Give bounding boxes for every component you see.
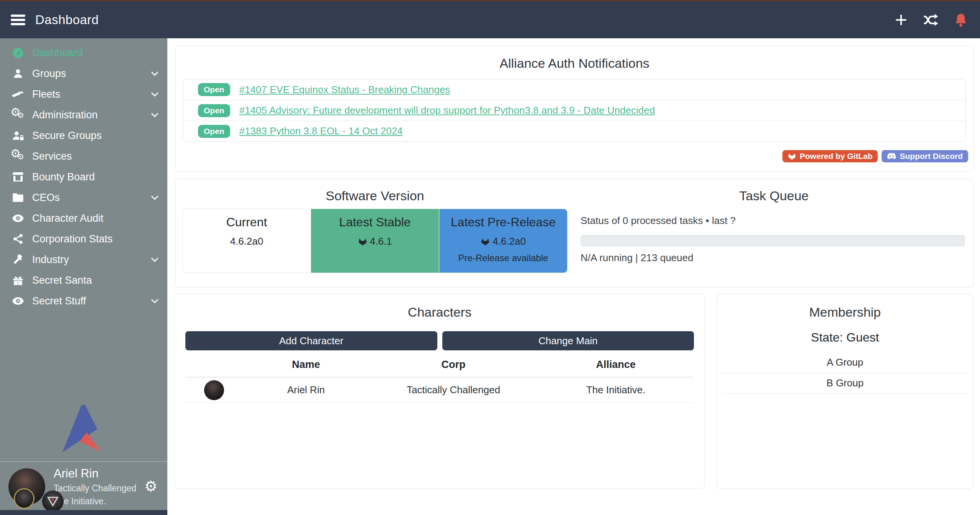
version-stable: Latest Stable 4.6.1 bbox=[311, 209, 439, 273]
sidebar-item-label: Secure Groups bbox=[32, 130, 102, 142]
chevron-down-icon[interactable] bbox=[150, 193, 160, 203]
status-badge: Open bbox=[198, 104, 230, 117]
user-icon bbox=[10, 68, 26, 79]
characters-title: Characters bbox=[175, 305, 705, 320]
settings-gear-icon[interactable]: ⚙ bbox=[144, 479, 157, 494]
gitlab-badge[interactable]: Powered by GitLab bbox=[782, 150, 878, 162]
alliance-logo-badge bbox=[42, 490, 64, 512]
chevron-down-icon[interactable] bbox=[150, 69, 160, 78]
task-queue-line: N/A running | 213 queued bbox=[581, 252, 965, 264]
sidebar-item-secret-santa[interactable]: Secret Santa bbox=[0, 270, 167, 291]
sidebar-item-label: Secret Stuff bbox=[32, 295, 86, 307]
membership-state: State: Guest bbox=[717, 330, 973, 345]
navbar-actions bbox=[893, 12, 969, 28]
version-box: Current 4.6.2a0 Latest Stable 4.6.1 Late… bbox=[182, 209, 568, 273]
version-current: Current 4.6.2a0 bbox=[183, 209, 311, 273]
shuffle-icon[interactable] bbox=[923, 12, 939, 28]
eye-icon bbox=[10, 296, 26, 306]
group-row: B Group bbox=[722, 373, 968, 394]
notification-row: Open #1383 Python 3.8 EOL - 14 Oct 2024 bbox=[183, 121, 965, 141]
user-name: Ariel Rin bbox=[54, 467, 136, 481]
sidebar-item-corporation-stats[interactable]: Corporation Stats bbox=[0, 229, 167, 249]
task-queue-section: Task Queue Status of 0 processed tasks •… bbox=[574, 179, 973, 287]
notification-row: Open #1407 EVE Equinox Status - Breaking… bbox=[183, 79, 965, 100]
notification-link[interactable]: #1383 Python 3.8 EOL - 14 Oct 2024 bbox=[239, 125, 403, 137]
gauge-icon bbox=[10, 47, 26, 59]
sidebar-item-label: Dashboard bbox=[32, 47, 83, 59]
sidebar-item-dashboard[interactable]: Dashboard bbox=[0, 43, 167, 63]
characters-table: Name Corp Alliance Ariel Rin Tactically … bbox=[185, 359, 694, 403]
corp-logo-badge bbox=[14, 488, 34, 509]
user-alliance: The Initiative. bbox=[54, 496, 136, 507]
hammer-icon bbox=[10, 254, 26, 265]
sidebar-item-label: Administration bbox=[32, 109, 98, 121]
sidebar-item-secret-stuff[interactable]: Secret Stuff bbox=[0, 291, 167, 311]
sidebar-item-label: Bounty Board bbox=[32, 171, 95, 183]
status-badge: Open bbox=[198, 83, 230, 96]
character-corp: Tactically Challenged bbox=[369, 384, 538, 396]
sidebar-item-secure-groups[interactable]: Secure Groups bbox=[0, 125, 167, 146]
change-main-button[interactable]: Change Main bbox=[442, 331, 694, 350]
sidebar-item-groups[interactable]: Groups bbox=[0, 63, 167, 84]
share-icon bbox=[10, 234, 26, 244]
software-version-title: Software Version bbox=[175, 188, 574, 203]
header-corp: Corp bbox=[369, 359, 538, 371]
header-name: Name bbox=[243, 359, 369, 371]
status-badge: Open bbox=[198, 125, 230, 138]
notifications-list: Open #1407 EVE Equinox Status - Breaking… bbox=[183, 79, 966, 142]
sidebar-item-fleets[interactable]: Fleets bbox=[0, 84, 167, 105]
add-character-button[interactable]: Add Character bbox=[185, 331, 437, 350]
task-queue-title: Task Queue bbox=[574, 188, 973, 203]
page-title: Dashboard bbox=[35, 13, 99, 27]
chevron-down-icon[interactable] bbox=[150, 255, 160, 265]
version-current-value: 4.6.2a0 bbox=[183, 235, 311, 247]
eye-icon bbox=[10, 213, 26, 223]
user-lock-icon bbox=[10, 130, 26, 141]
notification-link[interactable]: #1405 Advisory: Future development will … bbox=[239, 105, 655, 116]
version-prerelease-label: Latest Pre-Release bbox=[439, 215, 567, 229]
header-alliance: Alliance bbox=[538, 359, 694, 371]
discord-badge[interactable]: Support Discord bbox=[882, 150, 968, 162]
sidebar-item-label: Character Audit bbox=[32, 213, 103, 224]
sidebar-item-label: Services bbox=[32, 150, 72, 162]
notifications-panel: Alliance Auth Notifications Open #1407 E… bbox=[175, 46, 974, 172]
prerelease-note: Pre-Release available bbox=[439, 253, 567, 263]
notification-bell-icon[interactable] bbox=[953, 12, 969, 28]
sidebar-item-bounty-board[interactable]: Bounty Board bbox=[0, 167, 167, 187]
sidebar-item-industry[interactable]: Industry bbox=[0, 249, 167, 270]
sidebar-item-label: Secret Santa bbox=[32, 275, 92, 286]
sidebar-item-label: Groups bbox=[32, 68, 66, 80]
main-content: Alliance Auth Notifications Open #1407 E… bbox=[167, 38, 980, 515]
user-card: Ariel Rin Tactically Challenged The Init… bbox=[0, 466, 167, 510]
gitlab-tanuki-icon bbox=[481, 237, 490, 246]
software-task-panel: Software Version Current 4.6.2a0 Latest … bbox=[175, 179, 974, 288]
sidebar-item-administration[interactable]: ⚙⚙ Administration bbox=[0, 105, 167, 125]
sidebar-item-label: Industry bbox=[32, 254, 69, 266]
notification-link[interactable]: #1407 EVE Equinox Status - Breaking Chan… bbox=[239, 84, 450, 96]
group-row: A Group bbox=[722, 352, 968, 373]
add-icon[interactable] bbox=[893, 12, 909, 28]
storefront-icon bbox=[10, 171, 26, 183]
sidebar-item-services[interactable]: ⚙⚙ Services bbox=[0, 146, 167, 167]
membership-panel: Membership State: Guest A Group B Group bbox=[717, 294, 973, 489]
gears-icon: ⚙⚙ bbox=[10, 149, 26, 163]
fighter-jet-icon bbox=[10, 89, 26, 99]
chevron-down-icon[interactable] bbox=[150, 89, 160, 99]
character-alliance: The Initiative. bbox=[538, 384, 694, 396]
chevron-down-icon[interactable] bbox=[150, 110, 160, 120]
hamburger-menu-icon[interactable] bbox=[11, 13, 25, 27]
sidebar-item-character-audit[interactable]: Character Audit bbox=[0, 208, 167, 229]
discord-icon bbox=[887, 152, 896, 160]
gift-icon bbox=[10, 275, 26, 286]
software-version-section: Software Version Current 4.6.2a0 Latest … bbox=[175, 179, 574, 287]
sidebar-divider bbox=[0, 461, 167, 462]
sidebar-item-ceos[interactable]: CEOs bbox=[0, 187, 167, 208]
sidebar-item-label: Fleets bbox=[32, 88, 61, 100]
version-stable-value: 4.6.1 bbox=[370, 235, 392, 247]
version-current-label: Current bbox=[183, 215, 311, 229]
notification-row: Open #1405 Advisory: Future development … bbox=[183, 100, 965, 121]
chevron-down-icon[interactable] bbox=[150, 296, 160, 306]
alliance-auth-logo bbox=[61, 404, 106, 453]
sidebar-nav: Dashboard Groups Fleets ⚙⚙ Administ bbox=[0, 38, 167, 311]
character-row: Ariel Rin Tactically Challenged The Init… bbox=[185, 378, 694, 403]
